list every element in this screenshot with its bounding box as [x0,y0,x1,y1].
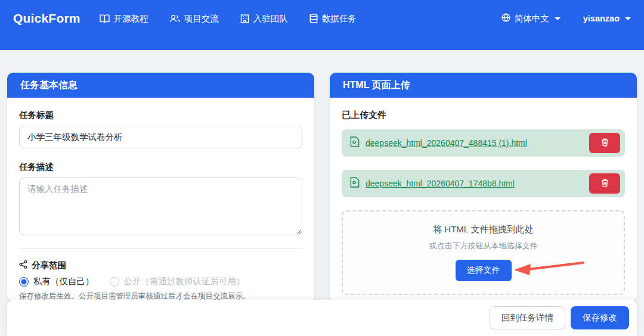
delete-file-button[interactable] [589,173,620,194]
radio-private-label: 私有（仅自己） [33,276,94,287]
nav-item-join-team[interactable]: 入驻团队 [240,13,288,24]
uploaded-files-label: 已上传文件 [342,110,625,121]
radio-unchecked-icon [110,277,119,287]
nav-item-tutorials[interactable]: 开源教程 [100,13,148,24]
globe-icon [501,13,510,24]
delete-file-button[interactable] [589,133,620,153]
nav-item-label: 数据任务 [322,13,357,24]
task-title-input[interactable] [19,126,302,148]
upload-card-title: HTML 页面上传 [330,73,637,98]
radio-checked-icon [19,277,29,287]
share-scope-label: 分享范围 [32,260,66,271]
back-to-task-button[interactable]: 回到任务详情 [490,306,565,329]
building-icon [240,14,249,23]
dropzone-main-text: 将 HTML 文件拖拽到此处 [433,224,534,235]
html-upload-card: HTML 页面上传 已上传文件 deepseek_html_20260407_4… [330,73,637,301]
language-label: 简体中文 [515,13,549,24]
chevron-down-icon [625,17,631,20]
book-icon [100,14,110,23]
footer-action-bar: 回到任务详情 保存修改 [7,300,637,336]
file-dropzone[interactable]: 将 HTML 文件拖拽到此处 或点击下方按钮从本地选择文件 选择文件 [342,210,625,295]
task-desc-textarea[interactable] [19,178,302,235]
file-icon [350,177,360,190]
main-nav: 开源教程 项目交流 入驻团队 数据任务 [100,13,357,24]
task-title-label: 任务标题 [19,110,302,121]
uploaded-file-row: deepseek_html_20260407_488415 (1).html [342,129,625,157]
dropzone-sub-text: 或点击下方按钮从本地选择文件 [429,241,538,251]
radio-public-label: 公开（需通过教师认证后可用） [124,276,245,287]
task-info-card: 任务基本信息 任务标题 任务描述 分享范围 私有（仅自己） 公 [7,73,314,301]
user-dropdown[interactable]: yisanzao [583,14,631,23]
choose-file-button[interactable]: 选择文件 [456,260,512,281]
nav-item-project-exchange[interactable]: 项目交流 [170,13,219,24]
task-card-title: 任务基本信息 [7,73,314,98]
uploaded-file-link[interactable]: deepseek_html_20260407_1748b8.html [366,179,515,188]
radio-private[interactable]: 私有（仅自己） [19,276,94,287]
radio-public[interactable]: 公开（需通过教师认证后可用） [110,276,245,287]
uploaded-file-link[interactable]: deepseek_html_20260407_488415 (1).html [366,138,527,148]
file-icon [350,136,360,150]
nav-item-data-tasks[interactable]: 数据任务 [309,13,357,24]
uploaded-file-row: deepseek_html_20260407_1748b8.html [342,170,625,197]
username-label: yisanzao [583,14,620,23]
nav-item-label: 开源教程 [114,13,148,24]
nav-item-label: 项目交流 [184,13,219,24]
database-icon [309,14,318,23]
save-changes-button[interactable]: 保存修改 [571,306,629,329]
language-dropdown[interactable]: 简体中文 [501,13,561,24]
task-desc-label: 任务描述 [19,161,302,173]
top-navbar: QuickForm 开源教程 项目交流 入驻团队 [0,0,644,50]
divider [19,248,302,249]
nav-item-label: 入驻团队 [253,13,288,24]
share-icon [19,260,27,270]
trash-icon [601,138,609,148]
chevron-down-icon [555,17,561,20]
trash-icon [601,179,609,189]
brand-logo[interactable]: QuickForm [13,11,80,26]
users-icon [170,14,180,23]
